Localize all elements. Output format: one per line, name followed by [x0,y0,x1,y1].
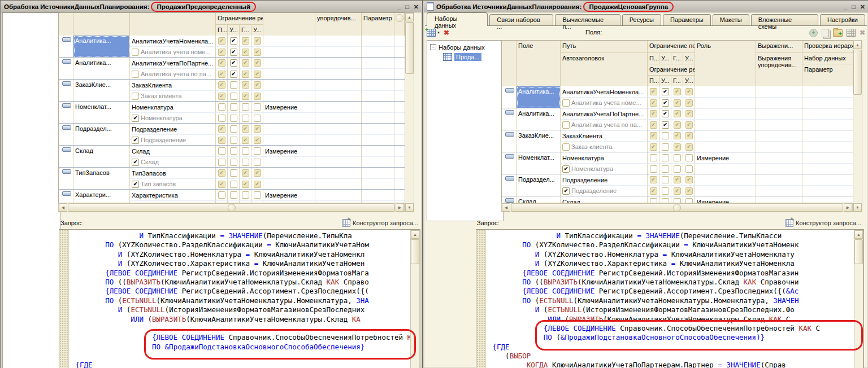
right-query-editor[interactable]: И ТипКлассификации = ЗНАЧЕНИЕ(Перечислен… [476,229,864,368]
restriction-checkbox[interactable]: ✔ [685,187,693,195]
field-path-cell[interactable]: АналитикаУчетаПоПартне... [130,58,216,68]
restriction-checkbox[interactable] [650,198,657,203]
hierarchy-cell[interactable] [362,68,394,79]
restriction-cell[interactable]: ✔ [240,36,251,46]
tab-1[interactable]: Наборы данных [427,12,488,26]
restriction-checkbox[interactable]: ✔ [242,59,249,67]
restriction-cell[interactable]: ✔ [216,90,228,101]
expression-cell[interactable] [315,46,362,57]
restriction-cell[interactable]: ✔ [671,185,683,196]
minimize-button[interactable]: _ [397,3,401,10]
left-table-vscrollbar[interactable]: ▲ ▼ [405,12,414,212]
expression-cell[interactable] [315,102,362,112]
right-table-hscrollbar[interactable]: ◀ ▶ [501,203,853,212]
restriction-cell[interactable]: ✔ [216,178,228,189]
right-query-vscrollbar[interactable]: ▲ [854,230,863,368]
field-path-cell[interactable]: АналитикаУчетаНоменкла... [561,86,648,97]
header-parameter[interactable]: Параметр [802,64,853,87]
restriction-checkbox[interactable] [674,154,681,161]
restriction-checkbox[interactable] [230,159,237,166]
role-cell[interactable] [695,97,756,108]
hierarchy-cell[interactable] [802,163,853,174]
field-title-cell[interactable]: ✔Тип запасов [130,178,216,189]
field-title-cell[interactable]: ✔Номенклатура [561,163,648,174]
restriction-cell[interactable]: ✔ [671,130,683,141]
restriction-checkbox[interactable]: ✔ [218,81,225,89]
restriction-checkbox[interactable] [218,159,225,166]
restriction-cell[interactable] [216,190,228,200]
restriction-checkbox[interactable] [662,187,669,195]
header-role-col[interactable] [263,13,315,36]
use-field-checkbox[interactable] [132,93,139,100]
field-path-cell[interactable]: Подразделение [130,124,216,134]
row-grip-cell[interactable] [502,152,517,174]
restriction-checkbox[interactable]: ✔ [662,99,669,107]
field-name-cell[interactable]: Склад [73,146,130,167]
expression-cell[interactable] [315,68,362,79]
restriction-checkbox[interactable] [230,103,237,111]
query-builder-button[interactable]: Конструктор запроса... [342,219,418,227]
role-cell[interactable] [695,108,756,119]
restriction-cell[interactable]: ✔ [683,174,695,185]
close-button[interactable]: ✕ [860,3,865,10]
expression-cell[interactable] [756,174,802,185]
restriction-cell[interactable]: ✔ [216,58,228,68]
restriction-cell[interactable]: ✔ [648,108,659,119]
row-grip-cell[interactable] [502,174,517,196]
restriction-checkbox[interactable] [242,115,249,122]
use-field-checkbox[interactable]: ✔ [132,181,139,188]
role-cell[interactable] [263,36,315,46]
header-grip-col[interactable] [59,13,73,36]
restriction-checkbox[interactable]: ✔ [242,81,249,89]
restriction-checkbox[interactable]: ✔ [685,121,693,129]
field-name-cell[interactable]: Аналитика... [517,86,561,108]
restriction-checkbox[interactable]: ✔ [218,125,225,133]
restriction-checkbox[interactable]: ✔ [674,88,681,95]
restriction-checkbox[interactable]: ✔ [685,110,693,117]
hierarchy-cell[interactable] [362,156,394,167]
restriction-checkbox[interactable] [218,191,225,199]
restriction-cell[interactable] [240,190,251,200]
restriction-checkbox[interactable]: ✔ [650,121,657,129]
restriction-cell[interactable] [216,112,228,123]
role-cell[interactable] [263,58,315,68]
query-text[interactable]: И ТипКлассификации = ЗНАЧЕНИЕ(Перечислен… [69,230,410,368]
restriction-cell[interactable]: ✔ [659,86,671,97]
restriction-checkbox[interactable]: ✔ [674,99,681,107]
restriction-cell[interactable]: ✔ [648,141,659,152]
hierarchy-cell[interactable] [802,196,853,203]
restriction-checkbox[interactable] [674,198,681,203]
scroll-thumb[interactable] [405,22,414,74]
restriction-cell[interactable] [240,102,251,112]
role-cell[interactable] [695,174,756,185]
header-field-col[interactable]: Поле [517,41,561,87]
add-table-button[interactable] [847,29,856,37]
field-title-cell[interactable]: Аналитика учета по па... [130,68,216,79]
role-cell[interactable]: Измерение [263,190,315,200]
row-grip-cell[interactable] [59,102,73,123]
hierarchy-cell[interactable] [802,130,853,141]
close-button[interactable]: ✕ [414,3,419,10]
expression-cell[interactable] [315,124,362,134]
scroll-thumb[interactable] [411,239,419,264]
restriction-checkbox[interactable]: ✔ [254,81,261,89]
restriction-checkbox[interactable] [685,154,693,161]
add-field-button[interactable]: + [809,29,818,37]
restriction-cell[interactable]: ✔ [251,178,263,189]
splitter-grip-button[interactable] [228,204,236,212]
field-path-cell[interactable]: ЗаказКлиента [130,80,216,90]
restriction-checkbox[interactable] [650,165,657,173]
restriction-cell[interactable]: ✔ [251,68,263,79]
restriction-cell[interactable]: ✔ [240,124,251,134]
restriction-checkbox[interactable]: ✔ [218,49,225,56]
restriction-cell[interactable] [228,80,240,90]
restriction-checkbox[interactable] [662,132,669,139]
restriction-checkbox[interactable] [662,198,669,203]
copy-field-button[interactable] [822,29,829,37]
scroll-up-button[interactable]: ▲ [854,230,863,239]
restriction-checkbox[interactable]: ✔ [685,88,693,95]
expression-cell[interactable] [756,130,802,141]
tab-4[interactable]: Ресурсы [622,14,661,25]
restriction-cell[interactable]: ✔ [216,68,228,79]
row-grip-cell[interactable] [59,146,73,167]
